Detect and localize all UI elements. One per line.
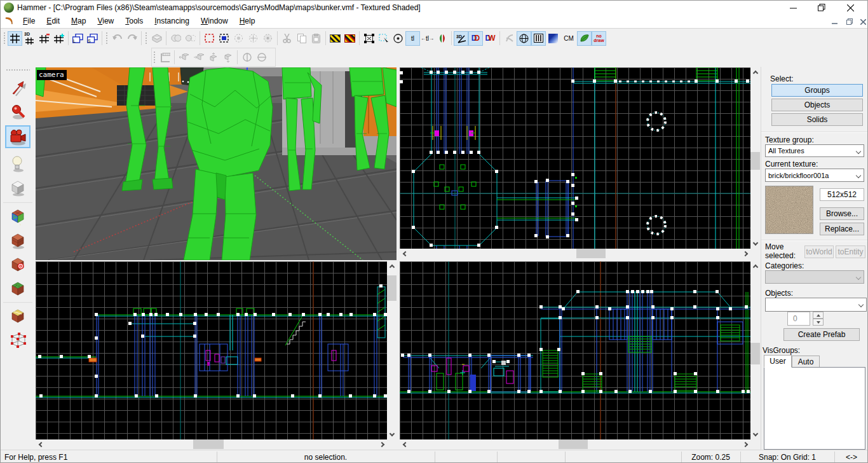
flip-objects-button[interactable] (435, 31, 449, 46)
measure-button[interactable] (158, 50, 172, 65)
toggle-3d-grid-button[interactable]: 3D (22, 31, 37, 46)
viewport-2d-front[interactable] (36, 261, 387, 439)
overlay-tool-button[interactable] (5, 277, 31, 300)
redo-button[interactable] (125, 31, 139, 46)
select-inside-button[interactable] (376, 31, 391, 46)
vscroll-thumb[interactable] (387, 275, 397, 301)
entity-tool-button[interactable] (5, 152, 31, 175)
mdi-close-button[interactable] (858, 17, 868, 26)
menu-view[interactable]: View (92, 15, 119, 29)
viewport-3d[interactable]: camera (36, 67, 397, 260)
viewport-top-vscrollbar[interactable] (750, 67, 760, 249)
hide-selected-button[interactable] (217, 31, 231, 46)
visgroups-list[interactable] (764, 367, 865, 450)
hscroll-thumb[interactable] (193, 439, 224, 449)
flip-vertical-button[interactable] (254, 50, 269, 65)
detail-render-button[interactable] (531, 31, 546, 46)
radius-culling-button[interactable] (391, 31, 405, 46)
magnify-tool-button[interactable] (5, 100, 31, 123)
viewport-front-vscrollbar[interactable] (387, 261, 397, 439)
hide-unselected-button[interactable] (231, 31, 246, 46)
toggle-cordon-button[interactable] (328, 31, 342, 46)
to-entity-button[interactable]: toEntity (836, 245, 865, 258)
toolbar-grip[interactable] (153, 51, 156, 64)
viewport-side-hscrollbar[interactable] (400, 439, 750, 449)
current-texture-dropdown[interactable]: brick/brickfloor001a (765, 169, 864, 182)
carve-button[interactable] (149, 31, 164, 46)
load-window-state-button[interactable]: L (71, 31, 85, 46)
toolbar-grip[interactable] (105, 32, 109, 45)
to-world-button[interactable]: toWorld (804, 245, 834, 258)
select-solids-button[interactable]: Solids (771, 113, 863, 126)
select-groups-button[interactable]: Groups (771, 84, 863, 97)
hscroll-thumb[interactable] (576, 249, 606, 258)
show-all-button[interactable] (261, 31, 275, 46)
show-hidden-button[interactable] (246, 31, 261, 46)
hscroll-thumb[interactable] (559, 439, 588, 449)
texture-group-dropdown[interactable]: All Textures (765, 144, 864, 157)
larger-grid-button[interactable] (51, 31, 66, 46)
viewport-2d-top[interactable] (400, 67, 750, 249)
palette-grip[interactable] (6, 69, 30, 72)
menu-file[interactable]: File (17, 15, 41, 29)
toolbar-grip[interactable] (3, 32, 6, 45)
clipping-tool-button[interactable] (5, 305, 31, 328)
viewport-top-hscrollbar[interactable] (400, 249, 750, 258)
viewport-2d-side[interactable] (400, 261, 750, 439)
edit-cordon-button[interactable] (342, 31, 357, 46)
dw-toggle-button[interactable]: DW (483, 31, 498, 46)
minimize-button[interactable] (782, 1, 804, 15)
foliage-render-button[interactable] (577, 31, 592, 46)
create-prefab-button[interactable]: Create Prefab (783, 328, 860, 341)
texture-application-tool-button[interactable] (5, 205, 31, 228)
flip-horizontal-button[interactable] (240, 50, 254, 65)
undo-button[interactable] (110, 31, 125, 46)
ungroup-button[interactable] (183, 31, 198, 46)
vscroll-thumb[interactable] (750, 152, 760, 170)
browse-button[interactable]: Browse... (820, 207, 864, 220)
fade-preview-button[interactable] (546, 31, 560, 46)
vscroll-thumb[interactable] (750, 343, 760, 364)
nodraw-render-button[interactable]: nodraw (592, 31, 606, 46)
categories-dropdown[interactable] (765, 270, 864, 284)
align-right-button[interactable] (191, 50, 206, 65)
spin-up-button[interactable] (813, 312, 824, 319)
block-tool-button[interactable] (5, 176, 31, 199)
group-button[interactable] (168, 31, 183, 46)
spin-down-button[interactable] (813, 319, 824, 326)
menu-edit[interactable]: Edit (41, 15, 65, 29)
visgroups-tab-user[interactable]: User (764, 355, 792, 368)
model-render-button[interactable] (517, 31, 531, 46)
menu-help[interactable]: Help (234, 15, 261, 29)
apply-decals-tool-button[interactable] (5, 253, 31, 276)
align-down-button[interactable] (220, 50, 235, 65)
objects-dropdown[interactable] (765, 298, 867, 312)
select-objects-button[interactable]: Objects (771, 99, 863, 111)
selection-tool-button[interactable] (5, 76, 31, 99)
visgroups-tab-auto[interactable]: Auto (792, 356, 820, 368)
vertex-manipulation-tool-button[interactable] (5, 329, 31, 352)
close-button[interactable] (839, 1, 861, 15)
align-up-button[interactable] (206, 50, 220, 65)
viewport-front-hscrollbar[interactable] (36, 439, 387, 449)
displacement-mask-button[interactable] (502, 31, 517, 46)
prefab-count-field[interactable]: 0 (787, 312, 810, 326)
menu-window[interactable]: Window (195, 15, 234, 29)
paste-button[interactable] (309, 31, 323, 46)
menu-map[interactable]: Map (65, 15, 92, 29)
viewport-side-vscrollbar[interactable] (750, 261, 760, 439)
cut-button[interactable] (280, 31, 294, 46)
camera-tool-button[interactable] (5, 125, 31, 148)
restore-button[interactable] (811, 1, 832, 15)
save-window-state-button[interactable]: S (85, 31, 100, 46)
replace-button[interactable]: Replace... (820, 223, 864, 235)
camera-angle-button[interactable]: 3D (454, 31, 468, 46)
toolbar-grip[interactable] (145, 32, 148, 45)
cm-toggle-button[interactable]: CM (560, 31, 577, 46)
texture-lock-button[interactable]: tl (405, 31, 420, 46)
align-left-button[interactable] (177, 50, 191, 65)
smaller-grid-button[interactable] (37, 31, 51, 46)
select-touching-button[interactable] (362, 31, 376, 46)
toggle-grid-button[interactable] (8, 31, 22, 46)
menu-tools[interactable]: Tools (119, 15, 149, 29)
